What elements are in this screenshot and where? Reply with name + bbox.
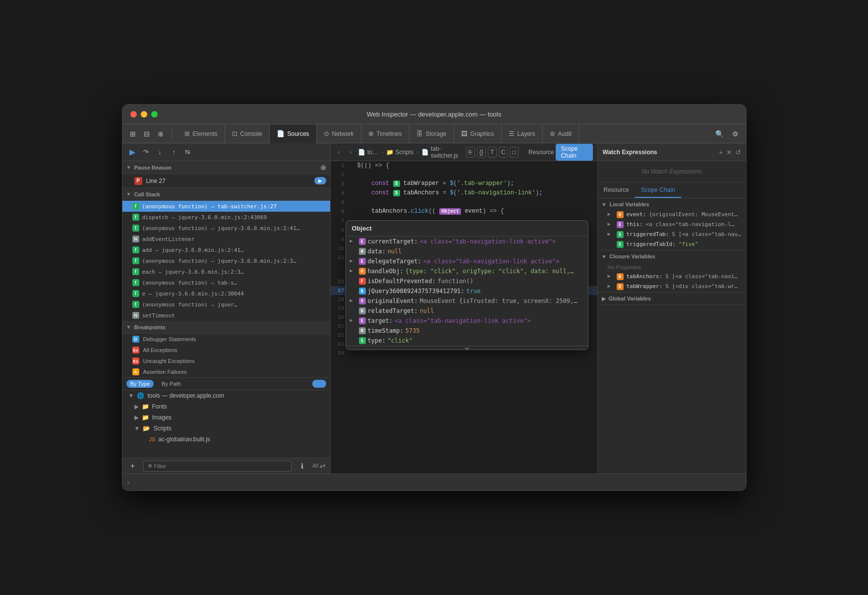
local-variables-header[interactable]: ▼ Local Variables — [598, 198, 746, 210]
split-view-button[interactable]: ⊟ — [140, 127, 153, 140]
breakpoint-item[interactable]: Ex Uncaught Exceptions — [122, 356, 330, 366]
step-back-button[interactable]: ⇆ — [182, 146, 194, 158]
by-type-button[interactable]: By Type — [126, 380, 154, 388]
popup-row-isDefaultPrevented[interactable]: F isDefaultPrevented: function() — [346, 276, 588, 286]
call-stack-item[interactable]: f add — jquery-3.6.0.min.js:2:41… — [122, 244, 330, 255]
braces-button[interactable]: {} — [477, 147, 486, 158]
var-tabAnchors[interactable]: ▶ O tabAnchors: S [<a class="tab-navi… — [598, 272, 746, 282]
expand-icon[interactable]: ▶ — [608, 211, 614, 217]
closure-variables-header[interactable]: ▼ Closure Variables — [598, 250, 746, 262]
clear-watch-button[interactable]: ✕ — [726, 148, 732, 156]
call-stack-item[interactable]: f dispatch — jquery-3.6.0.min.js:2:43069 — [122, 212, 330, 223]
tab-resource[interactable]: Resource — [598, 182, 635, 198]
tab-audit[interactable]: ⊚ Audit — [543, 124, 579, 143]
fullscreen-button[interactable] — [151, 111, 158, 118]
tab-network[interactable]: ⊙ Network — [317, 124, 361, 143]
nav-back-button[interactable]: ‹ — [335, 147, 344, 157]
breakpoint-item[interactable]: D Debugger Statements — [122, 334, 330, 345]
call-stack-item[interactable]: N addEventListener — [122, 234, 330, 244]
add-pause-button[interactable]: ⊕ — [320, 164, 326, 172]
dock-button[interactable]: ⊕ — [154, 127, 167, 140]
tab-elements[interactable]: ⊞ Elements — [177, 124, 225, 143]
var-triggeredTabId[interactable]: ▶ S triggeredTabId: "five" — [598, 240, 746, 250]
resource-label[interactable]: Resource — [528, 149, 554, 156]
call-stack-header[interactable]: ▼ Call Stack — [122, 188, 330, 201]
sidebar-toggle-button[interactable]: ⊞ — [126, 127, 139, 140]
filter-input[interactable]: ⊕ Filter — [143, 461, 292, 472]
breadcrumb-file[interactable]: 📄 tab-switcher.js — [421, 145, 463, 159]
breakpoint-item[interactable]: Ex All Exceptions — [122, 345, 330, 356]
popup-row-delegateTarget[interactable]: ▶ E delegateTarget: <a class="tab-naviga… — [346, 256, 588, 266]
step-out-button[interactable]: ↑ — [168, 146, 180, 158]
console-prompt-icon[interactable]: › — [127, 478, 129, 486]
call-stack-item[interactable]: f (anonymous function) — tab-s… — [122, 277, 330, 288]
expand-icon[interactable]: ▶ — [608, 221, 614, 227]
nav-forward-button[interactable]: › — [346, 147, 355, 157]
popup-row-type[interactable]: S type: "click" — [346, 336, 588, 346]
breadcrumb-to[interactable]: 📄 to… — [358, 149, 378, 156]
step-over-button[interactable]: ↷ — [140, 146, 152, 158]
curly-button[interactable]: C — [499, 147, 508, 158]
breakpoint-item[interactable]: A Assertion Failures — [122, 366, 330, 377]
call-stack-item[interactable]: f (anonymous function) — jquery-3.6.0.mi… — [122, 223, 330, 234]
close-button[interactable] — [130, 111, 137, 118]
expand-icon[interactable]: ▶ — [350, 268, 357, 273]
add-file-button[interactable]: + — [126, 460, 139, 473]
expand-icon[interactable]: ▶ — [350, 238, 357, 243]
refresh-watch-button[interactable]: ↺ — [735, 148, 741, 156]
pause-reason-header[interactable]: ▼ Pause Reason ⊕ — [122, 161, 330, 174]
expand-icon[interactable]: ▶ — [608, 283, 614, 289]
expand-icon[interactable]: ▶ — [608, 231, 614, 237]
call-stack-item[interactable]: f each — jquery-3.6.0.min.js:2:3… — [122, 266, 330, 277]
copy-button[interactable]: ⎘ — [466, 147, 475, 158]
var-triggeredTab[interactable]: ▶ S triggeredTab: S [<a class="tab-nav… — [598, 230, 746, 240]
popup-row-currentTarget[interactable]: ▶ E currentTarget: <a class="tab-navigat… — [346, 237, 588, 246]
tab-layers[interactable]: ☰ Layers — [502, 124, 543, 143]
file-tree-root[interactable]: ▼ 🌐 tools — developer.apple.com — [122, 390, 330, 401]
file-tree-file-js[interactable]: JS ac-globalnav.built.js — [122, 434, 330, 445]
breakpoint-toggle[interactable] — [312, 380, 326, 388]
breakpoints-header[interactable]: ▼ Breakpoints — [122, 321, 330, 334]
call-stack-item[interactable]: f (anonymous function) — jquery-3.6.0.mi… — [122, 255, 330, 266]
minimize-button[interactable] — [141, 111, 147, 118]
call-stack-item[interactable]: N setTimeout — [122, 310, 330, 321]
file-tree-folder-scripts[interactable]: ▼ 📂 Scripts — [122, 423, 330, 434]
var-event[interactable]: ▶ O event: {originalEvent: MouseEvent… — [598, 210, 746, 220]
tab-sources[interactable]: 📄 Sources — [270, 124, 317, 143]
popup-row-originalEvent[interactable]: ▶ O originalEvent: MouseEvent {isTrusted… — [346, 296, 588, 306]
continue-button[interactable]: ▶ — [126, 146, 138, 158]
frame-button[interactable]: □ — [510, 147, 519, 158]
call-stack-item[interactable]: f (anonymous function) — tab-switcher.js… — [122, 201, 330, 212]
tab-console[interactable]: ⊡ Console — [225, 124, 270, 143]
var-this[interactable]: ▶ E this: <a class="tab-navigation-li… — [598, 220, 746, 230]
scope-chain-button[interactable]: Scope Chain — [556, 144, 593, 161]
info-button[interactable]: ℹ — [295, 460, 308, 473]
global-variables-header[interactable]: ▶ Global Variables — [598, 293, 746, 304]
popup-row-data[interactable]: N data: null — [346, 246, 588, 256]
tab-graphics[interactable]: 🖼 Graphics — [454, 124, 502, 143]
expand-icon[interactable]: ▶ — [350, 317, 357, 323]
step-into-button[interactable]: ↓ — [154, 146, 166, 158]
call-stack-item[interactable]: f (anonymous function) — jquer… — [122, 299, 330, 310]
tab-scope-chain[interactable]: Scope Chain — [635, 182, 681, 198]
add-watch-button[interactable]: + — [719, 148, 723, 156]
file-tree-folder-images[interactable]: ▶ 📁 Images — [122, 412, 330, 423]
by-path-button[interactable]: By Path — [158, 380, 185, 388]
call-stack-item[interactable]: f e — jquery-3.6.0.min.js:2:30044 — [122, 288, 330, 299]
expand-icon[interactable]: ▶ — [608, 273, 614, 279]
expand-icon[interactable]: ▶ — [350, 298, 357, 303]
popup-row-jquery[interactable]: B jQuery36008924375739412791: true — [346, 286, 588, 296]
file-tree-folder-fonts[interactable]: ▶ 📁 Fonts — [122, 401, 330, 412]
var-tabWrapper[interactable]: ▶ O tabWrapper: S [<div class="tab-wr… — [598, 282, 746, 292]
popup-row-relatedTarget[interactable]: N relatedTarget: null — [346, 306, 588, 316]
popup-row-timeStamp[interactable]: N timeStamp: 5735 — [346, 326, 588, 336]
breadcrumb-scripts[interactable]: 📁 Scripts — [386, 149, 414, 156]
settings-button[interactable]: ⚙ — [729, 127, 742, 140]
expand-icon[interactable]: ▶ — [350, 258, 357, 263]
text-button[interactable]: T — [488, 147, 497, 158]
tab-timelines[interactable]: ⊕ Timelines — [361, 124, 409, 143]
search-button[interactable]: 🔍 — [713, 127, 726, 140]
tab-storage[interactable]: 🗄 Storage — [409, 124, 454, 143]
popup-row-handleObj[interactable]: ▶ O handleObj: {type: "click", origType:… — [346, 266, 588, 276]
popup-row-target[interactable]: ▶ E target: <a class="tab-navigation-lin… — [346, 316, 588, 326]
